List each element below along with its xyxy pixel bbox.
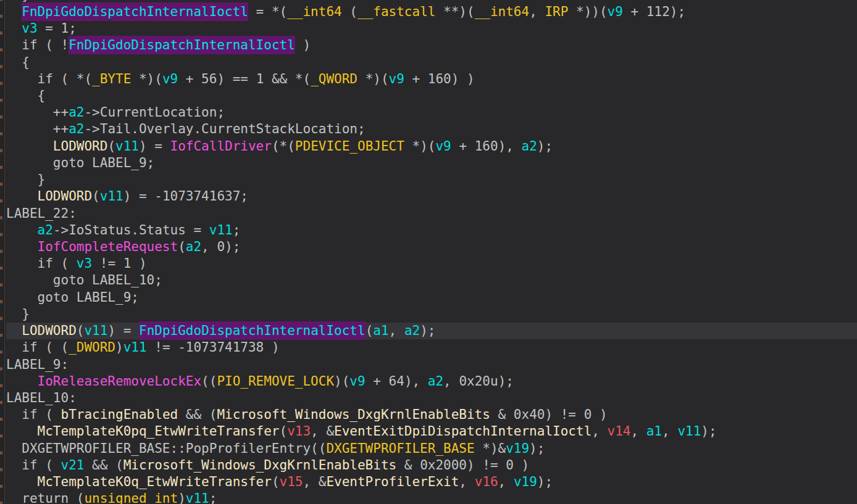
- local-variable[interactable]: a1: [646, 424, 662, 439]
- type-keyword[interactable]: __int64: [475, 4, 530, 19]
- code-line[interactable]: a2->IoStatus.Status = v11;: [6, 222, 857, 239]
- local-variable[interactable]: v19: [506, 441, 529, 456]
- code-line[interactable]: LODWORD(v11) = IofCallDriver(*(PDEVICE_O…: [6, 138, 857, 155]
- code-line[interactable]: if ( v21 && (Microsoft_Windows_DxgKrnlEn…: [6, 457, 857, 474]
- local-variable[interactable]: v11: [677, 424, 701, 439]
- code-line[interactable]: goto LABEL_9;: [6, 289, 857, 306]
- local-variable[interactable]: a2: [428, 374, 443, 389]
- code-line[interactable]: FnDpiGdoDispatchInternalIoctl = *(__int6…: [6, 4, 857, 20]
- local-variable[interactable]: v11: [84, 323, 107, 338]
- local-variable[interactable]: a2: [69, 122, 84, 136]
- code-line[interactable]: if ( bTracingEnabled && (Microsoft_Windo…: [6, 407, 857, 423]
- code-line[interactable]: DXGETWPROFILER_BASE::PopProfilerEntry((D…: [6, 440, 857, 457]
- global-symbol[interactable]: McTemplateK0pq_EtwWriteTransfer: [38, 424, 280, 439]
- local-variable[interactable]: a2: [69, 105, 84, 120]
- code-line[interactable]: }: [6, 306, 857, 323]
- code-line[interactable]: }: [6, 171, 857, 188]
- local-variable[interactable]: a2: [38, 223, 53, 238]
- code-text: if (: [6, 256, 77, 271]
- local-variable[interactable]: a2: [522, 139, 537, 154]
- gutter: [0, 0, 5, 504]
- code-text: goto LABEL_9;: [6, 155, 154, 170]
- undefined-variable[interactable]: v14: [608, 424, 631, 439]
- local-variable[interactable]: v11: [115, 139, 139, 154]
- global-symbol[interactable]: LODWORD: [38, 189, 93, 204]
- code-line[interactable]: v3 = 1;: [6, 20, 857, 37]
- code-line[interactable]: ++a2->CurrentLocation;: [6, 104, 857, 121]
- global-symbol[interactable]: LODWORD: [22, 323, 77, 338]
- highlighted-identifier[interactable]: FnDpiGdoDispatchInternalIoctl: [139, 321, 366, 340]
- code-line[interactable]: if ( !FnDpiGdoDispatchInternalIoctl ): [6, 37, 857, 54]
- local-variable[interactable]: a2: [186, 239, 201, 254]
- global-symbol[interactable]: EventExitDpiDispatchInternalIoctl: [334, 424, 592, 439]
- type-keyword[interactable]: DXGETWPROFILER_BASE: [326, 441, 474, 456]
- type-keyword[interactable]: PDEVICE_OBJECT: [295, 139, 404, 154]
- code-line[interactable]: if ( (_DWORD)v11 != -1073741738 ): [6, 339, 857, 356]
- code-text: ),: [498, 139, 522, 154]
- code-line[interactable]: goto LABEL_10;: [6, 272, 857, 289]
- imported-function[interactable]: IoReleaseRemoveLockEx: [38, 374, 202, 389]
- local-variable[interactable]: v9: [162, 72, 178, 86]
- code-text: );: [498, 374, 514, 389]
- code-text: [6, 374, 38, 389]
- local-variable[interactable]: v21: [61, 458, 85, 473]
- type-keyword[interactable]: __int64: [287, 4, 342, 19]
- type-keyword[interactable]: _BYTE: [92, 72, 131, 86]
- local-variable[interactable]: v9: [349, 374, 365, 389]
- undefined-variable[interactable]: v16: [475, 474, 498, 489]
- local-variable[interactable]: v3: [22, 21, 37, 36]
- global-symbol[interactable]: McTemplateK0q_EtwWriteTransfer: [38, 474, 272, 489]
- type-keyword[interactable]: IRP: [545, 4, 568, 19]
- code-line[interactable]: if ( *(_BYTE *)(v9 + 56) == 1 && *(_QWOR…: [6, 71, 857, 88]
- local-variable[interactable]: v9: [389, 72, 404, 86]
- code-line[interactable]: ++a2->Tail.Overlay.CurrentStackLocation;: [6, 121, 857, 138]
- code-line[interactable]: LODWORD(v11) = FnDpiGdoDispatchInternalI…: [6, 323, 857, 339]
- type-keyword[interactable]: PIO_REMOVE_LOCK: [217, 374, 334, 389]
- code-line[interactable]: goto LABEL_9;: [6, 155, 857, 171]
- global-symbol[interactable]: Microsoft_Windows_DxgKrnlEnableBits: [123, 458, 397, 473]
- code-line[interactable]: IoReleaseRemoveLockEx((PIO_REMOVE_LOCK)(…: [6, 373, 857, 390]
- code-line[interactable]: McTemplateK0pq_EtwWriteTransfer(v13, &Ev…: [6, 423, 857, 440]
- type-keyword[interactable]: __fastcall: [357, 4, 435, 19]
- global-symbol[interactable]: EventProfilerExit: [326, 474, 459, 489]
- highlighted-identifier[interactable]: FnDpiGdoDispatchInternalIoctl: [22, 2, 248, 21]
- local-variable[interactable]: v9: [435, 139, 451, 154]
- local-variable[interactable]: a1: [373, 323, 388, 338]
- local-variable[interactable]: v11: [186, 491, 209, 504]
- code-line[interactable]: LABEL_22:: [6, 205, 857, 222]
- type-keyword[interactable]: _QWORD: [311, 72, 357, 86]
- local-variable[interactable]: v3: [77, 256, 92, 271]
- global-symbol[interactable]: LODWORD: [53, 139, 108, 154]
- undefined-variable[interactable]: v13: [287, 424, 311, 439]
- local-variable[interactable]: v9: [608, 4, 623, 19]
- code-area[interactable]: } FnDpiGdoDispatchInternalIoctl = *(__in…: [5, 0, 857, 504]
- imported-function[interactable]: IofCompleteRequest: [38, 239, 178, 254]
- global-symbol[interactable]: Microsoft_Windows_DxgKrnlEnableBits: [217, 407, 490, 422]
- imported-function[interactable]: IofCallDriver: [170, 139, 272, 154]
- code-text: ): [264, 340, 279, 355]
- code-line[interactable]: LODWORD(v11) = -1073741637;: [6, 188, 857, 205]
- code-text: , &: [303, 474, 326, 489]
- local-variable[interactable]: a2: [404, 323, 420, 338]
- code-line[interactable]: return (unsigned int)v11;: [6, 490, 857, 504]
- highlighted-identifier[interactable]: FnDpiGdoDispatchInternalIoctl: [69, 36, 295, 54]
- undefined-variable[interactable]: v15: [280, 474, 303, 489]
- code-text: (: [342, 4, 357, 19]
- local-variable[interactable]: v11: [100, 189, 123, 204]
- code-line[interactable]: LABEL_9:: [6, 357, 857, 373]
- code-text: [6, 323, 22, 338]
- code-line[interactable]: {: [6, 54, 857, 71]
- type-keyword[interactable]: _DWORD: [69, 340, 115, 355]
- code-text: [6, 474, 38, 489]
- code-text: +: [366, 374, 389, 389]
- type-keyword[interactable]: unsigned int: [84, 491, 178, 504]
- global-symbol[interactable]: bTracingEnabled: [61, 407, 178, 422]
- local-variable[interactable]: v11: [123, 340, 147, 355]
- code-line[interactable]: McTemplateK0q_EtwWriteTransfer(v15, &Eve…: [6, 474, 857, 490]
- local-variable[interactable]: v11: [209, 223, 233, 238]
- local-variable[interactable]: v19: [514, 474, 537, 489]
- code-line[interactable]: IofCompleteRequest(a2, 0);: [6, 239, 857, 255]
- code-line[interactable]: LABEL_10:: [6, 390, 857, 407]
- code-line[interactable]: if ( v3 != 1 ): [6, 255, 857, 272]
- code-line[interactable]: {: [6, 88, 857, 104]
